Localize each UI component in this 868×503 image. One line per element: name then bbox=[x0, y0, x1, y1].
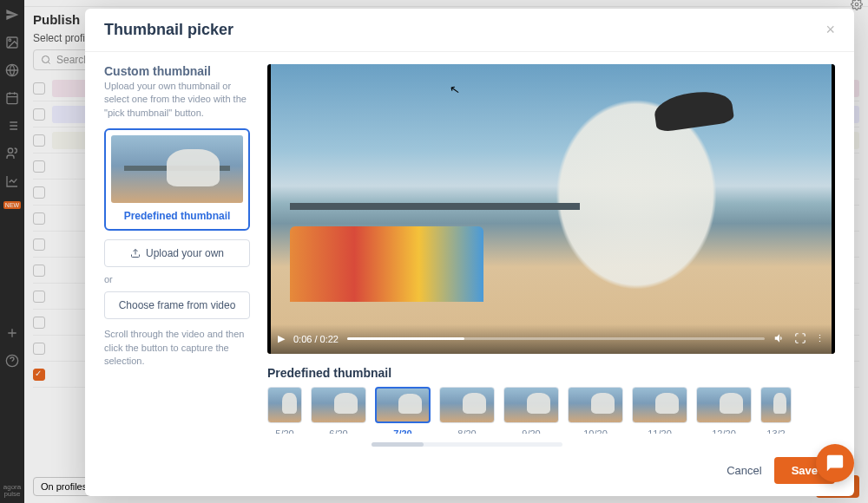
thumbnail-picker-modal: Thumbnail picker × Custom thumbnail Uplo… bbox=[85, 9, 854, 496]
strip-heading: Predefined thumbnail bbox=[267, 366, 835, 380]
thumbnail-strip-caption: 8/20 bbox=[439, 428, 495, 434]
video-panel: ▶ 0:06 / 0:22 ⋮ ↖ Predefined thumbnail 5… bbox=[267, 64, 835, 447]
thumbnail-strip-image bbox=[503, 387, 559, 423]
choose-frame-hint: Scroll through the video and then click … bbox=[104, 328, 250, 368]
upload-icon bbox=[130, 248, 141, 258]
video-progress[interactable] bbox=[347, 337, 765, 340]
thumbnail-strip-item[interactable]: 6/20 bbox=[311, 387, 366, 434]
modal-header: Thumbnail picker × bbox=[85, 9, 854, 52]
play-icon[interactable]: ▶ bbox=[278, 333, 285, 344]
thumbnail-strip-caption: 13/2 bbox=[760, 428, 792, 434]
thumbnail-strip-item[interactable]: 12/20 bbox=[696, 387, 752, 434]
video-player[interactable]: ▶ 0:06 / 0:22 ⋮ bbox=[267, 64, 835, 354]
chat-icon bbox=[825, 454, 845, 473]
thumbnail-strip-image bbox=[311, 387, 366, 423]
thumbnail-strip-item[interactable]: 10/20 bbox=[568, 387, 623, 434]
thumbnail-strip-caption: 12/20 bbox=[696, 428, 752, 434]
video-letterbox bbox=[267, 64, 271, 354]
thumbnail-strip-image bbox=[760, 387, 792, 423]
video-scene-pier bbox=[290, 203, 580, 210]
thumbnail-strip-item[interactable]: 11/20 bbox=[632, 387, 687, 434]
predefined-thumbnail-label: Predefined thumbnail bbox=[111, 210, 243, 222]
thumbnail-strip-item[interactable]: 9/20 bbox=[503, 387, 559, 434]
or-divider: or bbox=[104, 274, 250, 284]
choose-frame-label: Choose frame from video bbox=[119, 299, 236, 311]
thumbnail-strip-caption: 9/20 bbox=[503, 428, 559, 434]
thumbnail-strip-image bbox=[439, 387, 495, 423]
thumbnail-strip-image bbox=[267, 387, 302, 423]
modal-title: Thumbnail picker bbox=[104, 21, 233, 39]
thumbnail-strip-image bbox=[632, 387, 687, 423]
more-icon[interactable]: ⋮ bbox=[815, 333, 825, 344]
video-time: 0:06 / 0:22 bbox=[293, 334, 339, 344]
thumbnail-strip-caption: 6/20 bbox=[311, 428, 366, 434]
video-letterbox bbox=[832, 64, 835, 354]
upload-label: Upload your own bbox=[146, 247, 224, 259]
modal-footer: Cancel Save bbox=[85, 447, 854, 496]
thumbnail-strip-image bbox=[375, 387, 431, 423]
cancel-button[interactable]: Cancel bbox=[727, 464, 761, 477]
thumbnail-strip-item[interactable]: 13/2 bbox=[760, 387, 792, 434]
close-icon[interactable]: × bbox=[825, 21, 835, 39]
thumbnail-strip-image bbox=[568, 387, 623, 423]
volume-icon[interactable] bbox=[773, 332, 786, 346]
custom-heading: Custom thumbnail bbox=[104, 64, 250, 78]
strip-scrollbar[interactable] bbox=[372, 442, 562, 447]
upload-button[interactable]: Upload your own bbox=[104, 239, 250, 267]
thumbnail-strip-item[interactable]: 5/20 bbox=[267, 387, 302, 434]
predefined-thumbnail-card[interactable]: Predefined thumbnail bbox=[104, 128, 250, 231]
thumbnail-strip-caption: 11/20 bbox=[632, 428, 687, 434]
thumbnail-preview bbox=[111, 135, 243, 203]
custom-thumbnail-panel: Custom thumbnail Upload your own thumbna… bbox=[104, 64, 250, 447]
custom-desc: Upload your own thumbnail or select one … bbox=[104, 80, 250, 120]
choose-frame-button[interactable]: Choose frame from video bbox=[104, 291, 250, 319]
thumbnail-strip[interactable]: 5/206/207/208/209/2010/2011/2012/2013/2 bbox=[267, 387, 835, 434]
thumbnail-strip-caption: 5/20 bbox=[267, 428, 302, 434]
thumbnail-strip-caption: 7/20 bbox=[375, 428, 431, 434]
video-scene-cart bbox=[290, 226, 483, 302]
thumbnail-strip-item[interactable]: 8/20 bbox=[439, 387, 495, 434]
thumbnail-strip-item[interactable]: 7/20 bbox=[375, 387, 431, 434]
video-controls: ▶ 0:06 / 0:22 ⋮ bbox=[267, 324, 835, 354]
thumbnail-strip-image bbox=[696, 387, 752, 423]
fullscreen-icon[interactable] bbox=[794, 332, 806, 346]
thumbnail-strip-caption: 10/20 bbox=[568, 428, 623, 434]
chat-launcher[interactable] bbox=[816, 444, 854, 482]
